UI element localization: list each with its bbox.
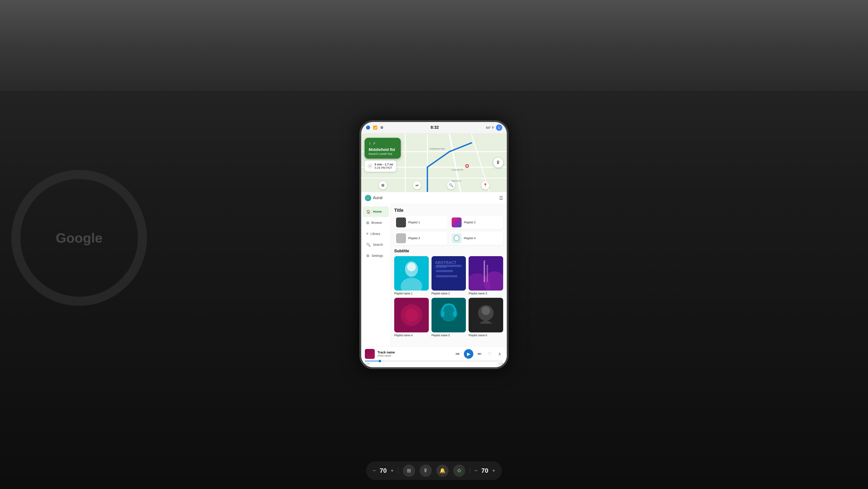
app-name-row: ♪ Aural — [365, 195, 382, 201]
car-controls-bar: − 70 + ⊞ 🎙 🔔 ✿ − 70 + — [366, 461, 502, 480]
mic-car-button[interactable]: 🎙 — [420, 465, 432, 477]
steering-wheel — [11, 170, 147, 306]
queue-icon[interactable]: ☰ — [499, 195, 503, 201]
home-icon: 🏠 — [366, 209, 371, 214]
progress-fill — [365, 361, 379, 362]
sidebar-item-browse[interactable]: ⊞ Browse — [363, 218, 389, 228]
nav-turn-icon: ↱ — [373, 141, 376, 146]
map-layers-button[interactable]: ⊞ — [379, 181, 387, 190]
user-avatar[interactable]: U — [496, 124, 502, 131]
app-name: Aural — [373, 196, 382, 200]
section-title: Title — [394, 208, 503, 213]
progress-bar[interactable] — [365, 361, 503, 362]
mic-button[interactable]: 🎙 — [493, 158, 503, 168]
sidebar-settings-label: Settings — [372, 254, 383, 258]
gear-icon: ⚙ — [366, 254, 369, 258]
playlist-large-item-6[interactable]: Playlist name 6 — [469, 298, 503, 337]
playlist-large-6-name: Playlist name 6 — [469, 334, 503, 337]
skip-back-button[interactable]: ⏮ — [454, 350, 461, 357]
map-controls: ⊞ ⇌ 🔍 📍 — [361, 181, 507, 190]
settings-car-button[interactable]: ✿ — [453, 465, 465, 477]
sidebar-item-search[interactable]: 🔍 Search — [363, 239, 389, 250]
playlist-item-3[interactable]: Playlist 3 — [394, 231, 447, 245]
map-section: Amphitheatre Pkwy Charleston Rd Plymouth… — [361, 133, 507, 192]
playlist-item-2[interactable]: Playlist 2 — [450, 215, 503, 229]
eta-card: ✕ 5 min · 1.7 mi 5:24 PM PDT — [365, 161, 396, 172]
up-arrow-icon: ↑ — [369, 141, 371, 146]
map-route-button[interactable]: ⇌ — [413, 181, 421, 190]
search-icon: 🔍 — [366, 242, 371, 247]
playlist-3-name: Playlist 3 — [408, 236, 420, 240]
vol-right-value: 70 — [479, 467, 491, 474]
vol-right-plus[interactable]: + — [492, 468, 495, 473]
playlist-grid-large: Playlist name 1 ABSTRACT DESIGN — [394, 256, 503, 337]
nav-toward-text: toward Lowell Ave — [369, 152, 397, 155]
skip-forward-button[interactable]: ⏭ — [476, 350, 483, 357]
apps-button[interactable]: ⊞ — [403, 465, 415, 477]
app-header: ♪ Aural ☰ — [361, 192, 507, 204]
device-screen: 🔵 📶 ⚙ 8:32 64° F U — [360, 120, 508, 369]
eta-arrival-time: 5:24 PM PDT — [375, 166, 393, 170]
sidebar-item-settings[interactable]: ⚙ Settings — [363, 251, 389, 261]
library-icon: ≡ — [366, 232, 368, 236]
svg-rect-20 — [436, 275, 457, 277]
sidebar-browse-label: Browse — [371, 221, 382, 225]
nav-street-name: Middlefield Rd — [369, 147, 397, 152]
content-area: Title Playlist 1 Playlist 2 — [391, 204, 507, 346]
vol-left-value: 70 — [377, 467, 389, 474]
playlist-large-4-thumb — [394, 298, 429, 333]
progress-dot — [379, 360, 381, 362]
main-content: 🏠 Home ⊞ Browse ≡ Library 🔍 Search ⚙ — [361, 204, 507, 346]
sidebar-item-home[interactable]: 🏠 Home — [363, 206, 389, 217]
sidebar-item-library[interactable]: ≡ Library — [363, 229, 389, 239]
status-bar: 🔵 📶 ⚙ 8:32 64° F U — [361, 122, 507, 133]
playlist-large-item-5[interactable]: Playlist name 5 — [432, 298, 466, 337]
svg-point-30 — [405, 309, 418, 321]
svg-rect-34 — [453, 312, 456, 317]
vol-left-minus[interactable]: − — [373, 468, 376, 473]
playlist-item-4[interactable]: Playlist 4 — [450, 231, 503, 245]
playlist-large-item-3[interactable]: Playlist name 3 — [469, 256, 503, 295]
close-eta-button[interactable]: ✕ — [368, 164, 372, 168]
playlist-large-3-name: Playlist name 3 — [469, 292, 503, 295]
road-background — [0, 0, 868, 90]
vol-left-control: − 70 + — [373, 467, 394, 474]
playlist-large-item-4[interactable]: Playlist name 4 — [394, 298, 429, 337]
playlist-large-3-thumb — [469, 256, 503, 291]
svg-rect-27 — [487, 265, 488, 282]
nav-direction: ↑ ↱ — [369, 141, 397, 146]
sidebar-home-label: Home — [373, 210, 382, 213]
player-main-row: Track name Artist name ⏮ ▶ ⏭ ♡ ∧ — [365, 349, 503, 359]
vol-left-plus[interactable]: + — [391, 468, 394, 473]
player-track-name: Track name — [377, 350, 451, 354]
eta-info: 5 min · 1.7 mi 5:24 PM PDT — [375, 163, 393, 170]
map-search-button[interactable]: 🔍 — [447, 181, 455, 190]
vol-right-minus[interactable]: − — [474, 468, 477, 473]
expand-player-button[interactable]: ∧ — [496, 350, 503, 357]
signal-icon: 📶 — [373, 125, 377, 130]
playlist-3-thumb — [396, 233, 406, 243]
divider-2 — [470, 467, 470, 474]
playlist-large-item-1[interactable]: Playlist name 1 — [394, 256, 429, 295]
browse-icon: ⊞ — [366, 221, 369, 225]
bell-button[interactable]: 🔔 — [436, 465, 448, 477]
playlist-large-1-thumb — [394, 256, 429, 291]
svg-text:Amphitheatre Pkwy: Amphitheatre Pkwy — [430, 148, 445, 150]
progress-total: 3:33 — [498, 362, 503, 365]
sidebar-search-label: Search — [373, 243, 383, 247]
progress-current: 0:24 — [365, 362, 370, 365]
play-pause-button[interactable]: ▶ — [464, 349, 473, 359]
playlist-4-name: Playlist 4 — [464, 236, 475, 240]
svg-point-16 — [407, 262, 416, 271]
svg-text:Charleston Rd: Charleston Rd — [452, 169, 463, 171]
heart-button[interactable]: ♡ — [486, 350, 493, 357]
playlist-item-1[interactable]: Playlist 1 — [394, 215, 447, 229]
player-bar: Track name Artist name ⏮ ▶ ⏭ ♡ ∧ 0:24 — [361, 346, 507, 367]
playlist-4-thumb — [452, 233, 462, 243]
playlist-2-thumb — [452, 218, 462, 227]
sidebar-library-label: Library — [370, 232, 380, 235]
svg-text:ABSTRACT: ABSTRACT — [435, 260, 456, 265]
svg-text:DESIGN: DESIGN — [435, 265, 446, 269]
playlist-large-item-2[interactable]: ABSTRACT DESIGN Playlist name 2 — [432, 256, 466, 295]
map-location-button[interactable]: 📍 — [481, 181, 489, 190]
